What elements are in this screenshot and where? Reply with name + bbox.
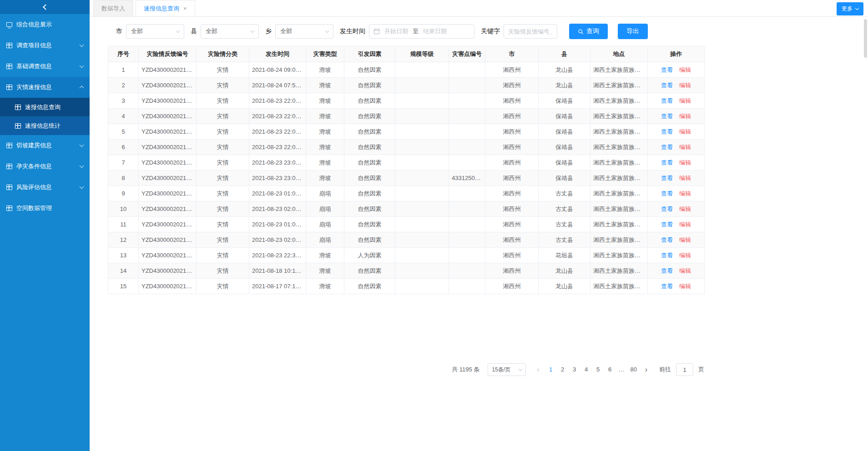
edit-link[interactable]: 编辑: [679, 82, 691, 89]
next-page-button[interactable]: ›: [642, 366, 650, 374]
page-button[interactable]: 5: [592, 364, 604, 376]
table-icon: [6, 164, 12, 169]
sidebar-subitem-report-stats[interactable]: 速报信息统计: [0, 116, 90, 135]
view-link[interactable]: 查看: [661, 252, 673, 259]
app: 综合信息展示 调查项目信息 基础调查信息 灾情速报信息 速报信息查询: [0, 0, 868, 451]
cell-actions: 查看编辑: [648, 263, 705, 279]
view-link[interactable]: 查看: [661, 144, 673, 150]
view-link[interactable]: 查看: [661, 97, 673, 104]
edit-link[interactable]: 编辑: [679, 190, 691, 197]
prev-page-button[interactable]: ‹: [534, 366, 542, 374]
edit-link[interactable]: 编辑: [679, 205, 691, 212]
view-link[interactable]: 查看: [661, 205, 673, 212]
end-date-placeholder[interactable]: 结束日期: [423, 27, 447, 35]
goto-page-input[interactable]: [676, 363, 693, 376]
cell-scale: [395, 232, 449, 248]
page-button[interactable]: 3: [569, 364, 580, 376]
view-link[interactable]: 查看: [661, 82, 673, 89]
cell-point: [449, 155, 485, 170]
cell-city: 湘西州: [485, 263, 539, 279]
sidebar-collapse-button[interactable]: [0, 0, 90, 14]
page-button[interactable]: 6: [604, 364, 616, 376]
page-button[interactable]: 1: [545, 364, 557, 376]
sidebar-menu: 综合信息展示 调查项目信息 基础调查信息 灾情速报信息 速报信息查询: [0, 14, 90, 219]
cell-county: 保靖县: [539, 140, 590, 155]
edit-link[interactable]: 编辑: [679, 283, 691, 290]
edit-link[interactable]: 编辑: [679, 221, 691, 228]
sidebar-subitem-report-query[interactable]: 速报信息查询: [0, 98, 90, 116]
edit-link[interactable]: 编辑: [679, 144, 691, 150]
sidebar-item-slope-housing[interactable]: 切坡建房信息: [0, 135, 90, 156]
cell-point: [449, 109, 485, 124]
page-button[interactable]: 80: [628, 364, 640, 376]
cell-location: 湘西土家族苗族自...: [590, 62, 648, 78]
edit-link[interactable]: 编辑: [679, 66, 691, 73]
cell-location: 湘西土家族苗族自...: [590, 217, 648, 232]
cell-scale: [395, 263, 449, 279]
cell-scale: [395, 217, 449, 232]
keyword-input[interactable]: [504, 24, 557, 39]
export-button-label: 导出: [626, 27, 639, 35]
county-select[interactable]: 全部: [201, 24, 259, 39]
tab-data-import[interactable]: 数据导入: [93, 0, 133, 16]
cell-city: 湘西州: [485, 201, 539, 217]
town-select[interactable]: 全部: [275, 24, 333, 39]
view-link[interactable]: 查看: [661, 236, 673, 243]
start-date-placeholder[interactable]: 开始日期: [384, 27, 408, 35]
sidebar-item-spatial-data[interactable]: 空间数据管理: [0, 198, 90, 219]
col-city: 市: [485, 46, 539, 62]
view-link[interactable]: 查看: [661, 267, 673, 274]
goto-label: 前往: [659, 366, 671, 374]
view-link[interactable]: 查看: [661, 221, 673, 228]
export-button[interactable]: 导出: [618, 24, 648, 39]
edit-link[interactable]: 编辑: [679, 252, 691, 259]
view-link[interactable]: 查看: [661, 283, 673, 290]
view-link[interactable]: 查看: [661, 128, 673, 135]
cell-category: 灾情: [197, 62, 249, 78]
city-select[interactable]: 全部: [126, 24, 184, 39]
page-size-select[interactable]: 15条/页: [488, 363, 526, 376]
cell-scale: [395, 186, 449, 201]
vertical-scrollbar[interactable]: [864, 19, 867, 58]
cell-city: 湘西州: [485, 124, 539, 140]
sidebar-item-survey-project[interactable]: 调查项目信息: [0, 35, 90, 56]
tab-report-query[interactable]: 速报信息查询 ×: [136, 0, 195, 16]
sidebar-item-risk-assessment[interactable]: 风险评估信息: [0, 177, 90, 198]
sidebar-item-basic-survey[interactable]: 基础调查信息: [0, 56, 90, 77]
cell-code: YZD43000020210...: [139, 201, 197, 217]
edit-link[interactable]: 编辑: [679, 267, 691, 274]
view-link[interactable]: 查看: [661, 159, 673, 166]
view-link[interactable]: 查看: [661, 66, 673, 73]
sidebar-item-comprehensive-info[interactable]: 综合信息展示: [0, 14, 90, 35]
table-icon: [15, 123, 21, 129]
cell-code: YZD43000020210...: [139, 170, 197, 186]
col-factor: 引发因素: [344, 46, 395, 62]
cell-scale: [395, 170, 449, 186]
edit-link[interactable]: 编辑: [679, 113, 691, 120]
edit-link[interactable]: 编辑: [679, 236, 691, 243]
more-button[interactable]: 更多: [837, 2, 863, 15]
page-button[interactable]: 4: [580, 364, 592, 376]
cell-category: 灾情: [197, 170, 249, 186]
close-icon[interactable]: ×: [183, 5, 187, 11]
cell-actions: 查看编辑: [648, 170, 705, 186]
search-button[interactable]: 查询: [569, 24, 608, 39]
cell-code: YZD43000020210...: [139, 140, 197, 155]
view-link[interactable]: 查看: [661, 190, 673, 197]
cell-type: 崩塌: [306, 217, 344, 232]
edit-link[interactable]: 编辑: [679, 159, 691, 166]
sidebar-item-disaster-report[interactable]: 灾情速报信息: [0, 77, 90, 98]
cell-factor: 自然因素: [344, 93, 395, 109]
col-point-code: 灾害点编号: [449, 46, 485, 62]
view-link[interactable]: 查看: [661, 175, 673, 181]
cell-factor: 自然因素: [344, 124, 395, 140]
view-link[interactable]: 查看: [661, 113, 673, 120]
edit-link[interactable]: 编辑: [679, 175, 691, 181]
page-button[interactable]: 2: [557, 364, 569, 376]
sidebar-item-hazard-condition[interactable]: 孕灾条件信息: [0, 156, 90, 177]
date-range-picker[interactable]: 开始日期 至 结束日期: [369, 24, 474, 39]
edit-link[interactable]: 编辑: [679, 97, 691, 104]
cell-factor: 自然因素: [344, 170, 395, 186]
edit-link[interactable]: 编辑: [679, 128, 691, 135]
tab-label: 数据导入: [101, 5, 125, 13]
